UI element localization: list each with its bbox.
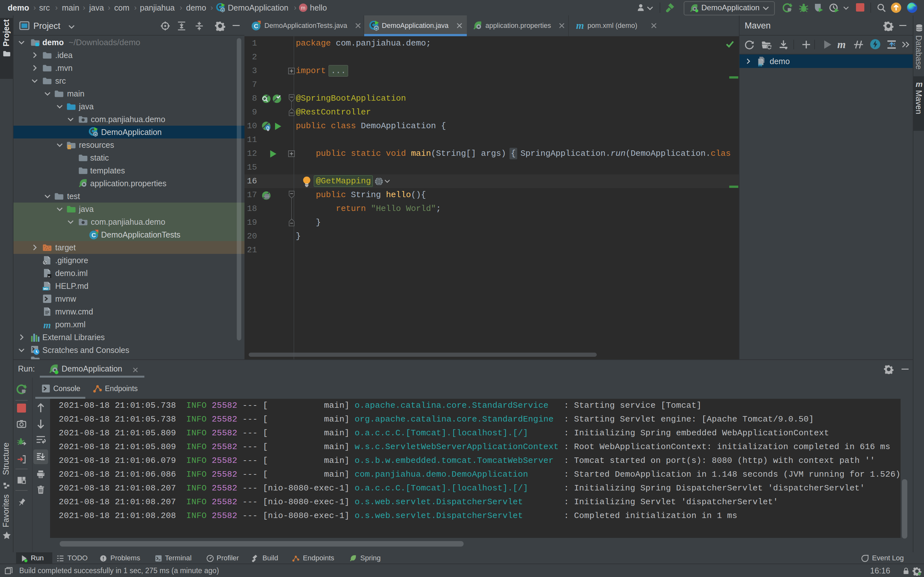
svg-text:m: m bbox=[43, 320, 51, 330]
svg-text:m: m bbox=[576, 20, 584, 31]
svg-text:m: m bbox=[916, 80, 923, 89]
svg-text:m: m bbox=[837, 39, 846, 50]
svg-text:C: C bbox=[254, 23, 258, 29]
svg-text:MD: MD bbox=[43, 287, 48, 290]
svg-text:C: C bbox=[91, 232, 96, 239]
svg-text:m: m bbox=[758, 62, 762, 66]
svg-text:m: m bbox=[301, 5, 305, 11]
